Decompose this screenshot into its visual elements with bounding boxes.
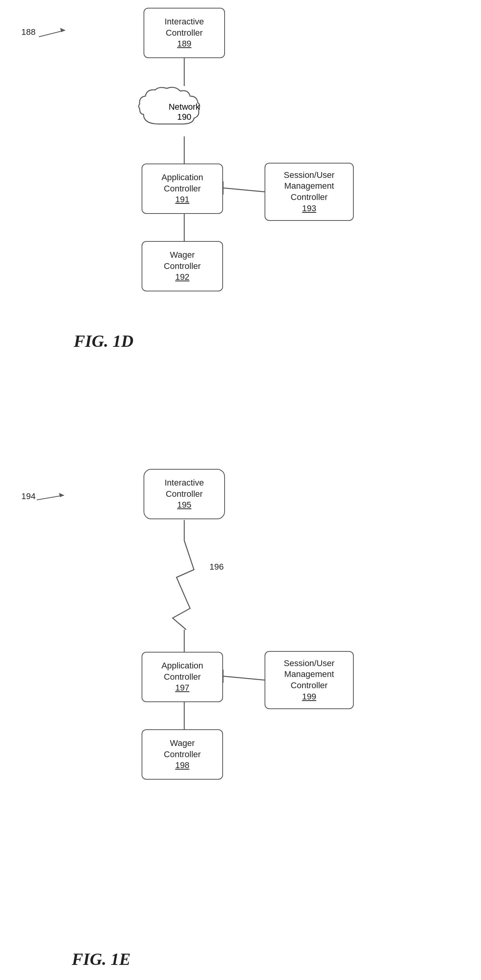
box-app-controller-197: ApplicationController 197	[142, 652, 223, 702]
wc192-label: WagerController	[164, 250, 201, 272]
cloud-network-190: Network 190	[136, 85, 233, 136]
ic189-num: 189	[177, 38, 192, 50]
box-session-user-mgmt-193: Session/UserManagementController 193	[265, 163, 354, 221]
fig1d-caption: FIG. 1D	[74, 331, 133, 351]
lightning-label-196: 196	[209, 562, 224, 572]
svg-marker-6	[60, 28, 65, 32]
svg-line-10	[223, 676, 265, 680]
sum199-num: 199	[302, 691, 317, 703]
ac197-num: 197	[175, 682, 190, 694]
svg-line-12	[37, 495, 64, 500]
box-interactive-controller-189: InteractiveController 189	[144, 8, 225, 58]
network-label: Network	[169, 102, 200, 112]
ac191-num: 191	[175, 194, 190, 205]
box-wager-controller-192: WagerController 192	[142, 241, 223, 291]
all-connectors	[0, 0, 481, 980]
ic189-label: InteractiveController	[164, 16, 204, 38]
ref-label-188: 188	[21, 27, 36, 37]
svg-line-3	[223, 188, 265, 192]
wc192-num: 192	[175, 272, 190, 283]
ac191-label: ApplicationController	[161, 172, 203, 194]
wc198-num: 198	[175, 760, 190, 771]
wc198-label: WagerController	[164, 738, 201, 760]
sum193-num: 193	[302, 203, 317, 214]
box-interactive-controller-195: InteractiveController 195	[144, 469, 225, 519]
sum193-label: Session/UserManagementController	[284, 170, 335, 203]
sum199-label: Session/UserManagementController	[284, 658, 335, 691]
box-wager-controller-198: WagerController 198	[142, 729, 223, 780]
box-session-user-mgmt-199: Session/UserManagementController 199	[265, 651, 354, 709]
ic195-num: 195	[177, 499, 192, 511]
svg-line-5	[39, 30, 65, 37]
ac197-label: ApplicationController	[161, 660, 203, 682]
network-num: 190	[177, 112, 192, 122]
svg-marker-13	[59, 493, 64, 497]
fig1e-caption: FIG. 1E	[72, 949, 131, 969]
box-app-controller-191: ApplicationController 191	[142, 164, 223, 214]
ic195-label: InteractiveController	[164, 477, 204, 499]
ref-label-194: 194	[21, 491, 36, 501]
